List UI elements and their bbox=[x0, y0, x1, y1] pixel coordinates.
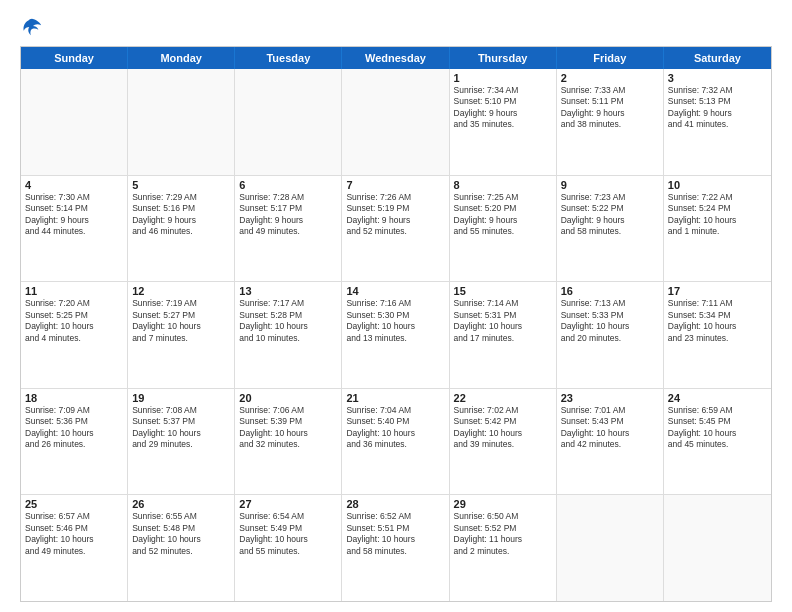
cell-info: Sunrise: 7:28 AM Sunset: 5:17 PM Dayligh… bbox=[239, 192, 337, 238]
cell-info: Sunrise: 7:11 AM Sunset: 5:34 PM Dayligh… bbox=[668, 298, 767, 344]
cell-day-number: 4 bbox=[25, 179, 123, 191]
cell-info: Sunrise: 7:04 AM Sunset: 5:40 PM Dayligh… bbox=[346, 405, 444, 451]
cell-info: Sunrise: 7:09 AM Sunset: 5:36 PM Dayligh… bbox=[25, 405, 123, 451]
calendar-row-2: 4Sunrise: 7:30 AM Sunset: 5:14 PM Daylig… bbox=[21, 176, 771, 283]
cell-info: Sunrise: 6:57 AM Sunset: 5:46 PM Dayligh… bbox=[25, 511, 123, 557]
calendar-cell bbox=[235, 69, 342, 175]
calendar-row-3: 11Sunrise: 7:20 AM Sunset: 5:25 PM Dayli… bbox=[21, 282, 771, 389]
calendar-cell bbox=[21, 69, 128, 175]
calendar-cell: 18Sunrise: 7:09 AM Sunset: 5:36 PM Dayli… bbox=[21, 389, 128, 495]
cell-day-number: 10 bbox=[668, 179, 767, 191]
calendar-cell: 2Sunrise: 7:33 AM Sunset: 5:11 PM Daylig… bbox=[557, 69, 664, 175]
cell-info: Sunrise: 7:25 AM Sunset: 5:20 PM Dayligh… bbox=[454, 192, 552, 238]
calendar-cell: 29Sunrise: 6:50 AM Sunset: 5:52 PM Dayli… bbox=[450, 495, 557, 601]
cell-day-number: 24 bbox=[668, 392, 767, 404]
logo-bird-icon bbox=[21, 16, 43, 38]
calendar-cell: 25Sunrise: 6:57 AM Sunset: 5:46 PM Dayli… bbox=[21, 495, 128, 601]
cell-day-number: 15 bbox=[454, 285, 552, 297]
cell-info: Sunrise: 6:52 AM Sunset: 5:51 PM Dayligh… bbox=[346, 511, 444, 557]
cell-info: Sunrise: 7:13 AM Sunset: 5:33 PM Dayligh… bbox=[561, 298, 659, 344]
cell-info: Sunrise: 7:26 AM Sunset: 5:19 PM Dayligh… bbox=[346, 192, 444, 238]
calendar-cell: 14Sunrise: 7:16 AM Sunset: 5:30 PM Dayli… bbox=[342, 282, 449, 388]
header-cell-saturday: Saturday bbox=[664, 47, 771, 69]
cell-day-number: 16 bbox=[561, 285, 659, 297]
cell-info: Sunrise: 7:32 AM Sunset: 5:13 PM Dayligh… bbox=[668, 85, 767, 131]
calendar-body: 1Sunrise: 7:34 AM Sunset: 5:10 PM Daylig… bbox=[21, 69, 771, 601]
calendar-cell: 21Sunrise: 7:04 AM Sunset: 5:40 PM Dayli… bbox=[342, 389, 449, 495]
cell-day-number: 18 bbox=[25, 392, 123, 404]
calendar-row-1: 1Sunrise: 7:34 AM Sunset: 5:10 PM Daylig… bbox=[21, 69, 771, 176]
cell-info: Sunrise: 7:19 AM Sunset: 5:27 PM Dayligh… bbox=[132, 298, 230, 344]
calendar-cell: 12Sunrise: 7:19 AM Sunset: 5:27 PM Dayli… bbox=[128, 282, 235, 388]
cell-day-number: 27 bbox=[239, 498, 337, 510]
cell-day-number: 12 bbox=[132, 285, 230, 297]
header-cell-tuesday: Tuesday bbox=[235, 47, 342, 69]
calendar-cell: 11Sunrise: 7:20 AM Sunset: 5:25 PM Dayli… bbox=[21, 282, 128, 388]
calendar-cell: 4Sunrise: 7:30 AM Sunset: 5:14 PM Daylig… bbox=[21, 176, 128, 282]
calendar-cell: 16Sunrise: 7:13 AM Sunset: 5:33 PM Dayli… bbox=[557, 282, 664, 388]
logo bbox=[20, 16, 43, 38]
cell-day-number: 6 bbox=[239, 179, 337, 191]
cell-info: Sunrise: 7:02 AM Sunset: 5:42 PM Dayligh… bbox=[454, 405, 552, 451]
cell-info: Sunrise: 7:08 AM Sunset: 5:37 PM Dayligh… bbox=[132, 405, 230, 451]
cell-day-number: 20 bbox=[239, 392, 337, 404]
calendar-cell: 5Sunrise: 7:29 AM Sunset: 5:16 PM Daylig… bbox=[128, 176, 235, 282]
cell-day-number: 22 bbox=[454, 392, 552, 404]
cell-day-number: 23 bbox=[561, 392, 659, 404]
cell-info: Sunrise: 7:33 AM Sunset: 5:11 PM Dayligh… bbox=[561, 85, 659, 131]
header-cell-wednesday: Wednesday bbox=[342, 47, 449, 69]
cell-info: Sunrise: 6:55 AM Sunset: 5:48 PM Dayligh… bbox=[132, 511, 230, 557]
cell-day-number: 13 bbox=[239, 285, 337, 297]
cell-info: Sunrise: 7:16 AM Sunset: 5:30 PM Dayligh… bbox=[346, 298, 444, 344]
cell-info: Sunrise: 6:50 AM Sunset: 5:52 PM Dayligh… bbox=[454, 511, 552, 557]
calendar-cell bbox=[342, 69, 449, 175]
cell-day-number: 11 bbox=[25, 285, 123, 297]
cell-info: Sunrise: 7:30 AM Sunset: 5:14 PM Dayligh… bbox=[25, 192, 123, 238]
cell-day-number: 28 bbox=[346, 498, 444, 510]
cell-day-number: 5 bbox=[132, 179, 230, 191]
cell-day-number: 17 bbox=[668, 285, 767, 297]
calendar-cell: 3Sunrise: 7:32 AM Sunset: 5:13 PM Daylig… bbox=[664, 69, 771, 175]
header bbox=[20, 16, 772, 38]
calendar-row-5: 25Sunrise: 6:57 AM Sunset: 5:46 PM Dayli… bbox=[21, 495, 771, 601]
calendar-cell: 23Sunrise: 7:01 AM Sunset: 5:43 PM Dayli… bbox=[557, 389, 664, 495]
cell-day-number: 19 bbox=[132, 392, 230, 404]
header-cell-thursday: Thursday bbox=[450, 47, 557, 69]
calendar-cell: 19Sunrise: 7:08 AM Sunset: 5:37 PM Dayli… bbox=[128, 389, 235, 495]
calendar-cell: 20Sunrise: 7:06 AM Sunset: 5:39 PM Dayli… bbox=[235, 389, 342, 495]
cell-day-number: 7 bbox=[346, 179, 444, 191]
cell-day-number: 3 bbox=[668, 72, 767, 84]
cell-info: Sunrise: 6:54 AM Sunset: 5:49 PM Dayligh… bbox=[239, 511, 337, 557]
calendar-cell bbox=[664, 495, 771, 601]
cell-info: Sunrise: 7:23 AM Sunset: 5:22 PM Dayligh… bbox=[561, 192, 659, 238]
header-cell-friday: Friday bbox=[557, 47, 664, 69]
cell-info: Sunrise: 6:59 AM Sunset: 5:45 PM Dayligh… bbox=[668, 405, 767, 451]
cell-day-number: 26 bbox=[132, 498, 230, 510]
cell-info: Sunrise: 7:14 AM Sunset: 5:31 PM Dayligh… bbox=[454, 298, 552, 344]
calendar-cell bbox=[128, 69, 235, 175]
calendar-cell: 17Sunrise: 7:11 AM Sunset: 5:34 PM Dayli… bbox=[664, 282, 771, 388]
cell-info: Sunrise: 7:22 AM Sunset: 5:24 PM Dayligh… bbox=[668, 192, 767, 238]
cell-info: Sunrise: 7:17 AM Sunset: 5:28 PM Dayligh… bbox=[239, 298, 337, 344]
cell-info: Sunrise: 7:01 AM Sunset: 5:43 PM Dayligh… bbox=[561, 405, 659, 451]
calendar-cell: 1Sunrise: 7:34 AM Sunset: 5:10 PM Daylig… bbox=[450, 69, 557, 175]
calendar-cell: 9Sunrise: 7:23 AM Sunset: 5:22 PM Daylig… bbox=[557, 176, 664, 282]
cell-day-number: 1 bbox=[454, 72, 552, 84]
calendar-cell: 13Sunrise: 7:17 AM Sunset: 5:28 PM Dayli… bbox=[235, 282, 342, 388]
cell-day-number: 25 bbox=[25, 498, 123, 510]
calendar-cell: 8Sunrise: 7:25 AM Sunset: 5:20 PM Daylig… bbox=[450, 176, 557, 282]
calendar-cell: 6Sunrise: 7:28 AM Sunset: 5:17 PM Daylig… bbox=[235, 176, 342, 282]
header-cell-monday: Monday bbox=[128, 47, 235, 69]
calendar-cell: 28Sunrise: 6:52 AM Sunset: 5:51 PM Dayli… bbox=[342, 495, 449, 601]
calendar: SundayMondayTuesdayWednesdayThursdayFrid… bbox=[20, 46, 772, 602]
calendar-cell: 7Sunrise: 7:26 AM Sunset: 5:19 PM Daylig… bbox=[342, 176, 449, 282]
calendar-cell: 24Sunrise: 6:59 AM Sunset: 5:45 PM Dayli… bbox=[664, 389, 771, 495]
cell-day-number: 14 bbox=[346, 285, 444, 297]
cell-day-number: 9 bbox=[561, 179, 659, 191]
calendar-header: SundayMondayTuesdayWednesdayThursdayFrid… bbox=[21, 47, 771, 69]
cell-day-number: 2 bbox=[561, 72, 659, 84]
cell-info: Sunrise: 7:34 AM Sunset: 5:10 PM Dayligh… bbox=[454, 85, 552, 131]
calendar-row-4: 18Sunrise: 7:09 AM Sunset: 5:36 PM Dayli… bbox=[21, 389, 771, 496]
cell-day-number: 8 bbox=[454, 179, 552, 191]
cell-day-number: 21 bbox=[346, 392, 444, 404]
